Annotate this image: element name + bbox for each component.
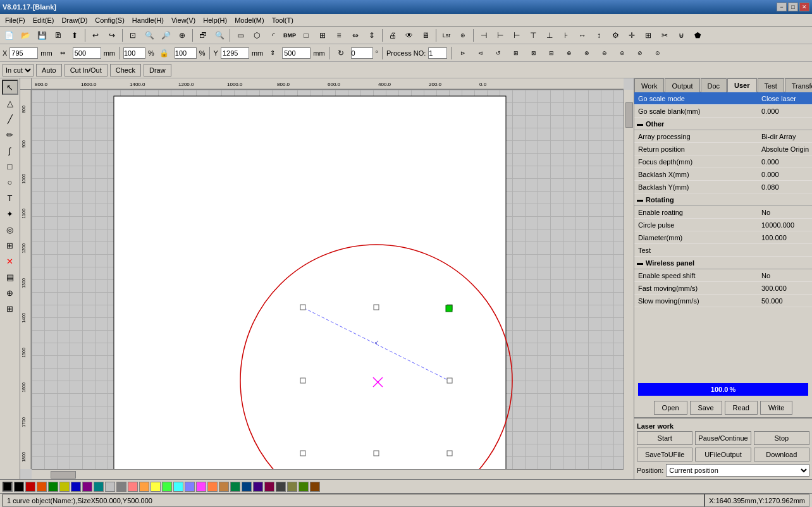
link-xy-icon[interactable]: ⇔: [55, 46, 70, 60]
tab-test[interactable]: Test: [758, 78, 784, 92]
align-center-btn[interactable]: ⊢: [493, 28, 508, 42]
menu-file[interactable]: File(F): [1, 14, 29, 26]
color-swatch-21[interactable]: [253, 482, 263, 492]
mirror-h-btn[interactable]: ⇔: [348, 28, 363, 42]
open-panel-button[interactable]: Open: [654, 401, 687, 415]
return-position-row[interactable]: Return position Absolute Origin: [634, 143, 812, 156]
auto-button[interactable]: Auto: [36, 64, 62, 76]
spiral-tool[interactable]: ◎: [2, 222, 18, 237]
pct2-input[interactable]: [175, 47, 197, 59]
star-tool[interactable]: ✦: [2, 206, 18, 221]
y-input[interactable]: [221, 47, 249, 59]
ellipse-tool[interactable]: ○: [2, 174, 18, 190]
icon-b[interactable]: ⊲: [473, 46, 488, 60]
weld-btn[interactable]: ⊌: [674, 28, 689, 42]
cross-btn[interactable]: ✛: [624, 28, 639, 42]
text-tool[interactable]: T: [2, 190, 18, 205]
color-swatch-8[interactable]: [105, 482, 115, 492]
close-x-tool[interactable]: ✕: [2, 254, 18, 269]
icon-d[interactable]: ⊞: [508, 46, 524, 60]
go-scale-mode-row[interactable]: Go scale mode Close laser: [634, 92, 812, 105]
color-swatch-7[interactable]: [94, 482, 104, 492]
color-swatch-3[interactable]: [48, 482, 58, 492]
save-button[interactable]: 💾: [34, 28, 49, 42]
knife-btn[interactable]: ✂: [657, 28, 672, 42]
download-button[interactable]: Download: [754, 448, 809, 461]
color-swatch-19[interactable]: [230, 482, 240, 492]
circle-pulse-row[interactable]: Circle pulse 10000.000: [634, 219, 812, 231]
mode-select[interactable]: In cut: [3, 64, 34, 76]
curve-btn[interactable]: ◜: [266, 28, 281, 42]
array-processing-row[interactable]: Array processing Bi-dir Array: [634, 130, 812, 143]
pct1-input[interactable]: [123, 47, 145, 59]
enable-speed-shift-row[interactable]: Enable speed shift No: [634, 269, 812, 282]
color-swatch-12[interactable]: [151, 482, 161, 492]
measure-tool[interactable]: ⊕: [2, 285, 18, 300]
slow-moving-row[interactable]: Slow moving(mm/s) 50.000: [634, 295, 812, 307]
pencil-tool[interactable]: ✏: [2, 127, 18, 142]
array-btn[interactable]: ⊞: [641, 28, 656, 42]
menu-model[interactable]: Model(M): [231, 14, 268, 26]
save-to-file-button[interactable]: SaveToUFile: [637, 448, 692, 461]
color-swatch-17[interactable]: [207, 482, 218, 492]
maximize-button[interactable]: □: [788, 3, 798, 11]
align-right-btn[interactable]: ⊢: [509, 28, 524, 42]
rect-tool[interactable]: □: [2, 159, 18, 174]
h-input[interactable]: [282, 47, 311, 59]
rotate-icon[interactable]: ↻: [333, 46, 348, 60]
scrollbar-vertical[interactable]: [624, 90, 634, 469]
align-bot-btn[interactable]: ⊦: [558, 28, 574, 42]
tab-output[interactable]: Output: [665, 78, 699, 92]
scrollbar-horizontal[interactable]: [32, 469, 624, 479]
diameter-row[interactable]: Diameter(mm) 100.000: [634, 231, 812, 244]
start-button[interactable]: Start: [637, 431, 692, 445]
tab-user[interactable]: User: [727, 78, 756, 92]
align-mid-btn[interactable]: ⊥: [542, 28, 557, 42]
check-button[interactable]: Check: [110, 64, 141, 76]
read-panel-button[interactable]: Read: [725, 401, 758, 415]
position-select[interactable]: Current position: [666, 464, 809, 477]
close-button[interactable]: ✕: [799, 3, 809, 11]
ufile-output-button[interactable]: UFileOutput: [695, 448, 751, 461]
color-swatch-24[interactable]: [287, 482, 297, 492]
icon-e[interactable]: ⊠: [526, 46, 541, 60]
new-button[interactable]: 📄: [1, 28, 16, 42]
select-btn[interactable]: ▭: [233, 28, 248, 42]
x-input[interactable]: [9, 47, 38, 59]
scrollbar-v-thumb[interactable]: [625, 102, 633, 128]
export-button[interactable]: ⬆: [67, 28, 82, 42]
icon-i[interactable]: ⊖: [597, 46, 612, 60]
tab-doc[interactable]: Doc: [701, 78, 727, 92]
color-swatch-11[interactable]: [139, 482, 149, 492]
w-input[interactable]: [73, 47, 101, 59]
node-tool[interactable]: △: [2, 95, 18, 111]
test-row[interactable]: Test: [634, 244, 812, 257]
zoom-in-button[interactable]: 🔍: [142, 28, 157, 42]
stop-button[interactable]: Stop: [754, 431, 809, 445]
undo-button[interactable]: ↩: [88, 28, 103, 42]
grid2-tool[interactable]: ⊞: [2, 301, 18, 316]
backlash-x-row[interactable]: Backlash X(mm) 0.000: [634, 168, 812, 181]
icon-a[interactable]: ⊳: [455, 46, 471, 60]
redo-button[interactable]: ↪: [104, 28, 120, 42]
color-swatch-1[interactable]: [25, 482, 35, 492]
go-scale-blank-row[interactable]: Go scale blank(mm) 0.000: [634, 105, 812, 118]
import-button[interactable]: 🖹: [51, 28, 66, 42]
preview-btn[interactable]: 👁: [402, 28, 417, 42]
zoom-100-button[interactable]: 🔍: [212, 28, 227, 42]
backlash-y-row[interactable]: Backlash Y(mm) 0.080: [634, 181, 812, 193]
icon-l[interactable]: ⊙: [650, 46, 665, 60]
node-btn[interactable]: ⬡: [249, 28, 264, 42]
focus-depth-row[interactable]: Focus depth(mm) 0.000: [634, 156, 812, 168]
icon-j[interactable]: ⊝: [615, 46, 630, 60]
mirror-v-btn[interactable]: ⇕: [364, 28, 379, 42]
grid-tool[interactable]: ⊞: [2, 238, 18, 253]
icon-h[interactable]: ⊗: [579, 46, 594, 60]
section-wireless-header[interactable]: ▬ Wireless panel: [634, 257, 812, 269]
color-swatch-23[interactable]: [276, 482, 286, 492]
barcode-tool[interactable]: ▤: [2, 269, 18, 284]
color-swatch-9[interactable]: [116, 482, 126, 492]
draw-button[interactable]: Draw: [144, 64, 171, 76]
node2-btn[interactable]: ⬟: [690, 28, 705, 42]
align-top-btn[interactable]: ⊤: [526, 28, 541, 42]
